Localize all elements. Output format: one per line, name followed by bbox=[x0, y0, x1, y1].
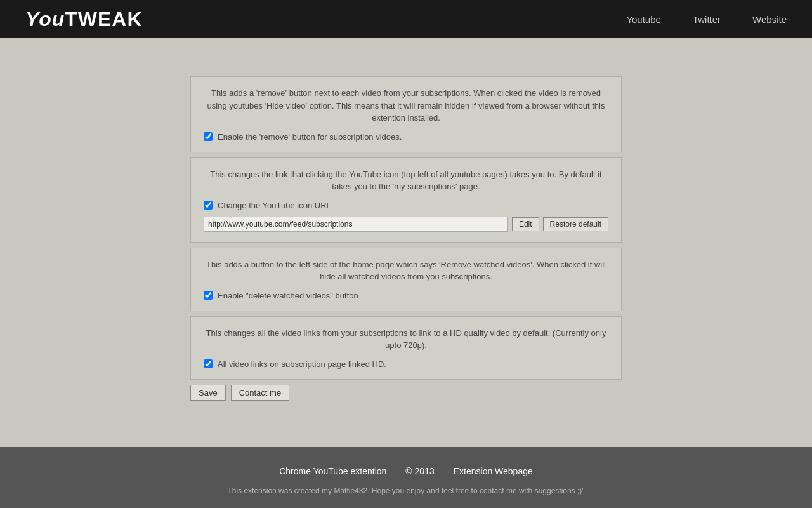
checkbox-hd-links[interactable] bbox=[204, 359, 213, 368]
nav-website[interactable]: Website bbox=[752, 14, 787, 25]
setting-description-remove-btn: This adds a 'remove' button next to each… bbox=[204, 87, 608, 124]
setting-box-remove-btn: This adds a 'remove' button next to each… bbox=[190, 76, 622, 152]
nav-twitter[interactable]: Twitter bbox=[693, 14, 721, 25]
setting-box-delete-watched: This adds a button to the left side of t… bbox=[190, 248, 622, 311]
footer-year: © 2013 bbox=[405, 466, 434, 476]
footer-note: This extension was created my Mattie432.… bbox=[13, 486, 799, 495]
restore-default-button[interactable]: Restore default bbox=[543, 217, 608, 231]
main-content: This adds a 'remove' button next to each… bbox=[0, 38, 812, 447]
header: YouTWEAK Youtube Twitter Website bbox=[0, 0, 812, 38]
nav: Youtube Twitter Website bbox=[626, 14, 787, 25]
save-button[interactable]: Save bbox=[190, 385, 226, 401]
logo-tweak: TWEAK bbox=[65, 8, 142, 30]
setting-box-hd-links: This changes all the video links from yo… bbox=[190, 316, 622, 380]
checkbox-row-hd-links: All video links on subscription page lin… bbox=[204, 359, 608, 369]
contact-button[interactable]: Contact me bbox=[231, 385, 289, 401]
checkbox-icon-url[interactable] bbox=[204, 201, 213, 210]
footer-links: Chrome YouTube extention © 2013 Extensio… bbox=[13, 466, 799, 476]
setting-description-delete-watched: This adds a button to the left side of t… bbox=[204, 258, 608, 283]
url-row: Edit Restore default bbox=[204, 217, 608, 232]
settings-container: This adds a 'remove' button next to each… bbox=[190, 76, 622, 380]
checkbox-delete-watched[interactable] bbox=[204, 291, 213, 300]
logo-you: You bbox=[25, 8, 65, 30]
footer-webpage[interactable]: Extension Webpage bbox=[454, 466, 533, 476]
url-input[interactable] bbox=[204, 217, 508, 232]
checkbox-label-icon-url[interactable]: Change the YouTube icon URL. bbox=[218, 201, 333, 210]
checkbox-row-delete-watched: Enable "delete watched videos" button bbox=[204, 291, 608, 300]
action-buttons: Save Contact me bbox=[190, 385, 622, 401]
setting-description-hd-links: This changes all the video links from yo… bbox=[204, 327, 608, 352]
setting-description-icon-url: This changes the link that clicking the … bbox=[204, 168, 608, 193]
checkbox-label-remove-btn[interactable]: Enable the 'remove' button for subscript… bbox=[218, 132, 402, 142]
footer: Chrome YouTube extention © 2013 Extensio… bbox=[0, 447, 812, 508]
edit-button[interactable]: Edit bbox=[512, 217, 539, 231]
nav-youtube[interactable]: Youtube bbox=[626, 14, 661, 25]
footer-chrome-ext[interactable]: Chrome YouTube extention bbox=[279, 466, 386, 476]
setting-box-icon-url: This changes the link that clicking the … bbox=[190, 157, 622, 243]
checkbox-remove-btn[interactable] bbox=[204, 132, 213, 141]
checkbox-row-remove-btn: Enable the 'remove' button for subscript… bbox=[204, 132, 608, 142]
checkbox-row-icon-url: Change the YouTube icon URL. bbox=[204, 201, 608, 210]
logo: YouTWEAK bbox=[25, 8, 143, 31]
checkbox-label-hd-links[interactable]: All video links on subscription page lin… bbox=[218, 359, 386, 369]
checkbox-label-delete-watched[interactable]: Enable "delete watched videos" button bbox=[218, 291, 358, 300]
